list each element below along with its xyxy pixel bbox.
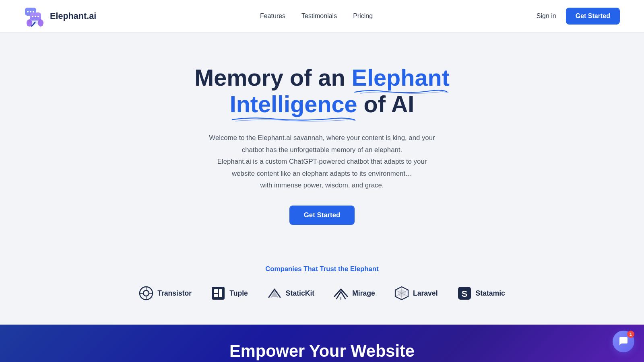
nav-right: Sign in Get Started (537, 8, 620, 25)
transistor-name: Transistor (157, 289, 192, 298)
statickit-name: StaticKit (286, 289, 314, 298)
intelligence-underline-svg (230, 115, 357, 123)
hero-title-part1: Memory of an (194, 65, 351, 90)
svg-point-6 (32, 16, 33, 17)
hero-elephant-text: Elephant (352, 65, 450, 90)
companies-logos: Transistor Tuple StaticKit (24, 286, 620, 300)
signin-link[interactable]: Sign in (537, 12, 556, 20)
hero-elephant-wrap: Elephant (352, 64, 450, 91)
nav-link-features[interactable]: Features (260, 12, 285, 20)
chat-badge: 1 (627, 331, 634, 338)
logo-laravel: Laravel (394, 286, 438, 300)
logo-statamic: S Statamic (457, 286, 505, 300)
laravel-icon (394, 286, 409, 300)
hero-subtitle: Welcome to the Elephant.ai savannah, whe… (209, 132, 435, 191)
bottom-band-text: Empower Your Website (0, 333, 644, 362)
svg-point-5 (33, 11, 34, 12)
svg-point-10 (38, 19, 43, 27)
logo-transistor: Transistor (139, 286, 192, 300)
statickit-icon (267, 286, 282, 300)
mirage-name: Mirage (352, 289, 375, 298)
bottom-band: Empower Your Website (0, 325, 644, 362)
svg-point-3 (27, 11, 29, 12)
svg-point-7 (35, 16, 36, 17)
statamic-name: Statamic (476, 289, 505, 298)
nav-links: Features Testimonials Pricing (260, 12, 373, 20)
chat-widget[interactable]: 1 (613, 331, 634, 352)
tuple-icon (211, 286, 225, 300)
chat-icon (618, 336, 629, 347)
elephant-underline-svg (352, 88, 450, 95)
hero-section: Memory of an Elephant Intelligence of AI… (0, 32, 644, 249)
companies-section: Companies That Trust the Elephant Transi… (0, 249, 644, 325)
svg-point-8 (37, 16, 39, 17)
hero-title-part2: of AI (364, 91, 415, 117)
logo-icon (24, 5, 46, 27)
logo-statickit: StaticKit (267, 286, 314, 300)
hero-title: Memory of an Elephant Intelligence of AI (194, 64, 450, 117)
svg-rect-19 (214, 294, 218, 297)
transistor-icon (139, 286, 153, 300)
nav-get-started-button[interactable]: Get Started (566, 8, 620, 25)
svg-rect-20 (219, 289, 222, 297)
logo-tuple: Tuple (211, 286, 248, 300)
hero-intelligence-wrap: Intelligence (230, 91, 357, 117)
hero-intelligence-text: Intelligence (230, 91, 357, 117)
laravel-name: Laravel (413, 289, 438, 298)
hero-get-started-button[interactable]: Get Started (289, 206, 355, 225)
svg-text:S: S (461, 289, 467, 299)
companies-title: Companies That Trust the Elephant (24, 265, 620, 273)
svg-rect-18 (214, 289, 218, 293)
svg-point-9 (27, 19, 32, 27)
statamic-icon: S (457, 286, 472, 300)
logo-mirage: Mirage (334, 286, 375, 300)
svg-point-4 (30, 11, 31, 12)
svg-point-12 (143, 290, 149, 296)
logo-text: Elephant.ai (50, 11, 96, 21)
mirage-icon (334, 286, 348, 300)
nav-link-testimonials[interactable]: Testimonials (301, 12, 337, 20)
navbar: Elephant.ai Features Testimonials Pricin… (0, 0, 644, 32)
logo-link[interactable]: Elephant.ai (24, 5, 96, 27)
nav-link-pricing[interactable]: Pricing (353, 12, 373, 20)
svg-rect-17 (212, 287, 225, 300)
tuple-name: Tuple (229, 289, 248, 298)
